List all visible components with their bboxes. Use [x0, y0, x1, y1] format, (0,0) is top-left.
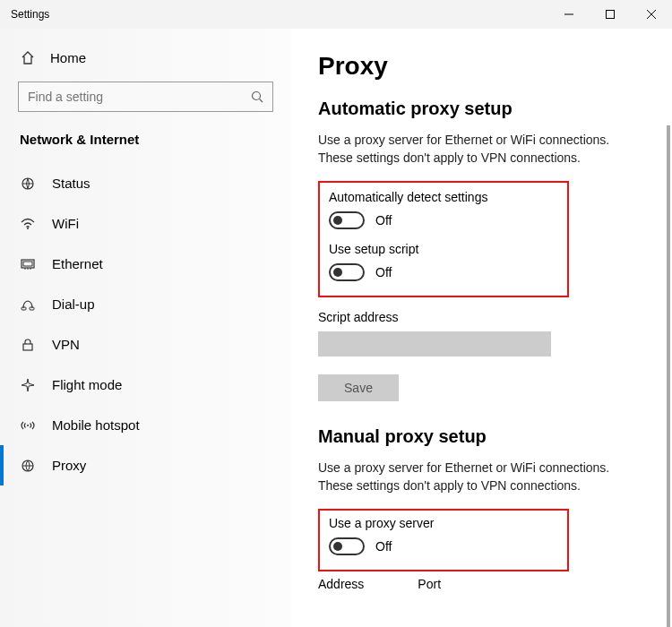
sidebar-item-vpn[interactable]: VPN [0, 324, 291, 365]
search-box[interactable] [18, 82, 273, 112]
svg-rect-10 [23, 262, 32, 266]
setup-script-label: Use setup script [329, 242, 558, 256]
window-controls [548, 0, 672, 29]
svg-point-17 [27, 425, 29, 426]
sidebar-item-ethernet[interactable]: Ethernet [0, 244, 291, 284]
svg-rect-14 [22, 307, 26, 310]
page-title: Proxy [318, 52, 645, 81]
sidebar-item-home[interactable]: Home [0, 41, 291, 82]
wifi-icon [20, 218, 36, 230]
svg-rect-16 [23, 344, 32, 350]
sidebar: Home Network & Internet Status WiFi Et [0, 29, 291, 627]
maximize-icon [606, 10, 615, 19]
sidebar-item-status[interactable]: Status [0, 163, 291, 203]
minimize-icon [564, 10, 573, 19]
search-input[interactable] [28, 90, 251, 104]
window-title: Settings [11, 8, 49, 21]
hotspot-icon [20, 419, 36, 432]
auto-detect-label: Automatically detect settings [329, 190, 558, 204]
sidebar-item-label: Dial-up [52, 296, 95, 312]
manual-description: Use a proxy server for Ethernet or WiFi … [318, 460, 645, 494]
sidebar-item-label: Ethernet [52, 256, 103, 271]
content-pane: Proxy Automatic proxy setup Use a proxy … [291, 29, 672, 627]
manual-address-label: Address [318, 577, 364, 591]
proxy-icon [20, 459, 36, 473]
status-icon [20, 176, 36, 191]
svg-line-5 [260, 99, 263, 103]
auto-detect-toggle[interactable] [329, 211, 365, 229]
save-button[interactable]: Save [318, 374, 399, 401]
sidebar-item-label: VPN [52, 337, 80, 352]
highlight-auto-toggles: Automatically detect settings Off Use se… [318, 181, 569, 297]
close-icon [647, 10, 656, 19]
svg-point-8 [27, 228, 29, 229]
sidebar-section-title: Network & Internet [0, 132, 291, 163]
use-proxy-label: Use a proxy server [329, 516, 558, 530]
dialup-icon [20, 298, 36, 311]
use-proxy-state: Off [375, 539, 392, 554]
use-proxy-toggle[interactable] [329, 537, 365, 555]
sidebar-item-wifi[interactable]: WiFi [0, 203, 291, 244]
svg-rect-15 [30, 307, 34, 310]
sidebar-item-label: Proxy [52, 458, 86, 473]
vpn-icon [20, 339, 36, 351]
search-icon [251, 90, 263, 103]
sidebar-item-label: Status [52, 176, 90, 191]
airplane-icon [20, 378, 36, 392]
title-bar: Settings [0, 0, 672, 29]
sidebar-item-hotspot[interactable]: Mobile hotspot [0, 405, 291, 445]
section-heading-manual: Manual proxy setup [318, 426, 645, 447]
svg-rect-1 [607, 11, 615, 19]
auto-description: Use a proxy server for Ethernet or WiFi … [318, 132, 645, 167]
setup-script-toggle[interactable] [329, 263, 365, 281]
ethernet-icon [20, 258, 36, 271]
section-heading-auto: Automatic proxy setup [318, 99, 645, 119]
auto-detect-state: Off [375, 213, 392, 228]
sidebar-item-flightmode[interactable]: Flight mode [0, 365, 291, 405]
setup-script-state: Off [375, 265, 392, 279]
toggle-knob-icon [333, 216, 342, 225]
toggle-knob-icon [333, 542, 342, 551]
manual-port-label: Port [418, 577, 441, 591]
home-label: Home [50, 50, 86, 65]
scrollbar[interactable] [667, 125, 670, 627]
svg-point-4 [253, 92, 261, 100]
sidebar-item-label: Flight mode [52, 377, 122, 392]
sidebar-item-dialup[interactable]: Dial-up [0, 284, 291, 324]
minimize-button[interactable] [548, 0, 590, 29]
highlight-manual-toggle: Use a proxy server Off [318, 509, 569, 571]
sidebar-item-label: Mobile hotspot [52, 417, 140, 433]
home-icon [20, 51, 36, 65]
sidebar-item-proxy[interactable]: Proxy [0, 445, 291, 485]
script-address-label: Script address [318, 310, 645, 324]
script-address-input[interactable] [318, 331, 551, 356]
toggle-knob-icon [333, 268, 342, 277]
close-button[interactable] [631, 0, 672, 29]
maximize-button[interactable] [590, 0, 631, 29]
sidebar-item-label: WiFi [52, 216, 79, 231]
